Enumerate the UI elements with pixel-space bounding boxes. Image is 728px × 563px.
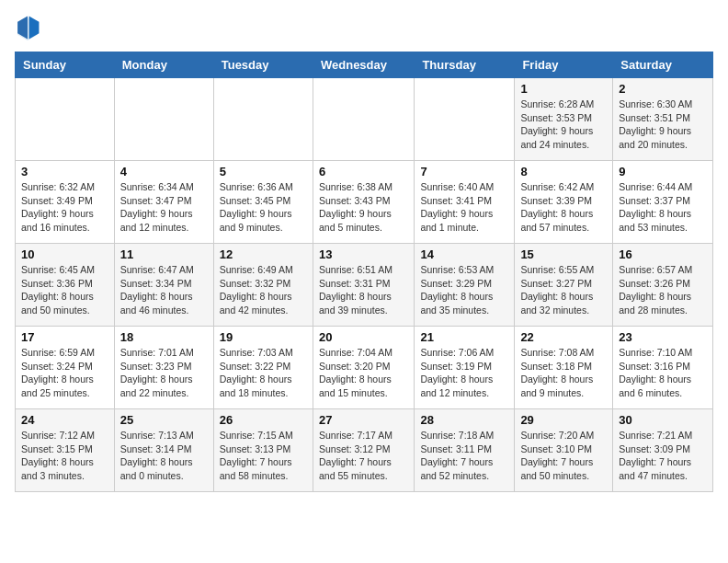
calendar-cell: 28Sunrise: 7:18 AMSunset: 3:11 PMDayligh… xyxy=(415,409,515,492)
day-number: 11 xyxy=(120,247,208,261)
day-info: Sunrise: 7:13 AMSunset: 3:14 PMDaylight:… xyxy=(120,429,208,483)
day-info: Sunrise: 6:47 AMSunset: 3:34 PMDaylight:… xyxy=(120,263,208,317)
calendar-cell: 16Sunrise: 6:57 AMSunset: 3:26 PMDayligh… xyxy=(613,244,713,327)
weekday-header-wednesday: Wednesday xyxy=(313,52,414,78)
day-number: 22 xyxy=(520,330,607,344)
day-info: Sunrise: 6:36 AMSunset: 3:45 PMDaylight:… xyxy=(220,180,307,235)
day-info: Sunrise: 7:06 AMSunset: 3:19 PMDaylight:… xyxy=(420,346,508,400)
day-number: 23 xyxy=(619,330,707,344)
day-info: Sunrise: 6:30 AMSunset: 3:51 PMDaylight:… xyxy=(619,98,707,152)
calendar-header: SundayMondayTuesdayWednesdayThursdayFrid… xyxy=(16,52,713,78)
calendar-cell: 4Sunrise: 6:34 AMSunset: 3:47 PMDaylight… xyxy=(114,161,213,244)
calendar-cell: 13Sunrise: 6:51 AMSunset: 3:31 PMDayligh… xyxy=(313,244,414,327)
calendar-cell: 11Sunrise: 6:47 AMSunset: 3:34 PMDayligh… xyxy=(114,244,213,327)
calendar-cell: 19Sunrise: 7:03 AMSunset: 3:22 PMDayligh… xyxy=(213,327,313,409)
calendar-cell: 6Sunrise: 6:38 AMSunset: 3:43 PMDaylight… xyxy=(313,161,414,244)
calendar-cell: 30Sunrise: 7:21 AMSunset: 3:09 PMDayligh… xyxy=(613,409,713,492)
day-info: Sunrise: 7:12 AMSunset: 3:15 PMDaylight:… xyxy=(21,429,108,483)
day-info: Sunrise: 6:40 AMSunset: 3:41 PMDaylight:… xyxy=(420,180,508,235)
calendar-cell: 10Sunrise: 6:45 AMSunset: 3:36 PMDayligh… xyxy=(16,244,115,327)
calendar-cell: 12Sunrise: 6:49 AMSunset: 3:32 PMDayligh… xyxy=(213,244,313,327)
day-number: 25 xyxy=(120,413,208,427)
logo xyxy=(15,15,44,40)
day-number: 8 xyxy=(520,165,607,178)
day-info: Sunrise: 6:51 AMSunset: 3:31 PMDaylight:… xyxy=(319,263,408,317)
svg-marker-1 xyxy=(29,17,40,40)
day-number: 13 xyxy=(319,247,408,261)
day-number: 1 xyxy=(520,82,607,96)
day-number: 29 xyxy=(520,413,607,427)
calendar-cell: 5Sunrise: 6:36 AMSunset: 3:45 PMDaylight… xyxy=(213,161,313,244)
calendar-cell: 29Sunrise: 7:20 AMSunset: 3:10 PMDayligh… xyxy=(515,409,613,492)
calendar-cell: 9Sunrise: 6:44 AMSunset: 3:37 PMDaylight… xyxy=(613,161,713,244)
calendar-cell xyxy=(213,78,313,161)
calendar-cell: 15Sunrise: 6:55 AMSunset: 3:27 PMDayligh… xyxy=(515,244,613,327)
calendar-cell: 23Sunrise: 7:10 AMSunset: 3:16 PMDayligh… xyxy=(613,327,713,409)
day-number: 24 xyxy=(21,413,108,427)
day-info: Sunrise: 6:42 AMSunset: 3:39 PMDaylight:… xyxy=(520,180,607,235)
calendar-cell xyxy=(415,78,515,161)
day-number: 26 xyxy=(220,413,307,427)
day-info: Sunrise: 6:32 AMSunset: 3:49 PMDaylight:… xyxy=(21,180,108,235)
day-info: Sunrise: 7:03 AMSunset: 3:22 PMDaylight:… xyxy=(220,346,307,400)
day-number: 19 xyxy=(220,330,307,344)
day-number: 16 xyxy=(619,247,707,261)
day-info: Sunrise: 6:57 AMSunset: 3:26 PMDaylight:… xyxy=(619,263,707,317)
day-number: 14 xyxy=(420,247,508,261)
weekday-header-thursday: Thursday xyxy=(415,52,515,78)
day-info: Sunrise: 6:49 AMSunset: 3:32 PMDaylight:… xyxy=(220,263,307,317)
day-number: 3 xyxy=(21,165,108,178)
weekday-header-saturday: Saturday xyxy=(613,52,713,78)
calendar-cell: 21Sunrise: 7:06 AMSunset: 3:19 PMDayligh… xyxy=(415,327,515,409)
calendar-cell: 20Sunrise: 7:04 AMSunset: 3:20 PMDayligh… xyxy=(313,327,414,409)
calendar-cell: 25Sunrise: 7:13 AMSunset: 3:14 PMDayligh… xyxy=(114,409,213,492)
weekday-header-sunday: Sunday xyxy=(16,52,115,78)
calendar-cell xyxy=(16,78,115,161)
day-number: 5 xyxy=(220,165,307,178)
calendar-cell xyxy=(313,78,414,161)
calendar-cell: 2Sunrise: 6:30 AMSunset: 3:51 PMDaylight… xyxy=(613,78,713,161)
calendar-cell: 24Sunrise: 7:12 AMSunset: 3:15 PMDayligh… xyxy=(16,409,115,492)
day-info: Sunrise: 7:17 AMSunset: 3:12 PMDaylight:… xyxy=(319,429,408,483)
day-number: 7 xyxy=(420,165,508,178)
calendar-cell: 22Sunrise: 7:08 AMSunset: 3:18 PMDayligh… xyxy=(515,327,613,409)
calendar-cell: 26Sunrise: 7:15 AMSunset: 3:13 PMDayligh… xyxy=(213,409,313,492)
logo-icon xyxy=(15,15,40,40)
page-header xyxy=(15,15,713,40)
day-info: Sunrise: 6:59 AMSunset: 3:24 PMDaylight:… xyxy=(21,346,108,400)
day-info: Sunrise: 6:38 AMSunset: 3:43 PMDaylight:… xyxy=(319,180,408,235)
calendar-cell: 27Sunrise: 7:17 AMSunset: 3:12 PMDayligh… xyxy=(313,409,414,492)
day-number: 17 xyxy=(21,330,108,344)
calendar-cell: 14Sunrise: 6:53 AMSunset: 3:29 PMDayligh… xyxy=(415,244,515,327)
day-number: 12 xyxy=(220,247,307,261)
day-info: Sunrise: 7:01 AMSunset: 3:23 PMDaylight:… xyxy=(120,346,208,400)
day-number: 9 xyxy=(619,165,707,178)
calendar-cell: 3Sunrise: 6:32 AMSunset: 3:49 PMDaylight… xyxy=(16,161,115,244)
calendar-cell: 17Sunrise: 6:59 AMSunset: 3:24 PMDayligh… xyxy=(16,327,115,409)
day-number: 4 xyxy=(120,165,208,178)
day-info: Sunrise: 6:34 AMSunset: 3:47 PMDaylight:… xyxy=(120,180,208,235)
day-info: Sunrise: 6:28 AMSunset: 3:53 PMDaylight:… xyxy=(520,98,607,152)
day-number: 20 xyxy=(319,330,408,344)
calendar-table: SundayMondayTuesdayWednesdayThursdayFrid… xyxy=(15,52,713,492)
day-number: 21 xyxy=(420,330,508,344)
day-info: Sunrise: 7:15 AMSunset: 3:13 PMDaylight:… xyxy=(220,429,307,483)
day-info: Sunrise: 7:10 AMSunset: 3:16 PMDaylight:… xyxy=(619,346,707,400)
day-info: Sunrise: 6:53 AMSunset: 3:29 PMDaylight:… xyxy=(420,263,508,317)
day-number: 18 xyxy=(120,330,208,344)
day-info: Sunrise: 7:20 AMSunset: 3:10 PMDaylight:… xyxy=(520,429,607,483)
day-info: Sunrise: 7:04 AMSunset: 3:20 PMDaylight:… xyxy=(319,346,408,400)
day-info: Sunrise: 6:55 AMSunset: 3:27 PMDaylight:… xyxy=(520,263,607,317)
day-info: Sunrise: 6:44 AMSunset: 3:37 PMDaylight:… xyxy=(619,180,707,235)
day-number: 27 xyxy=(319,413,408,427)
calendar-cell: 1Sunrise: 6:28 AMSunset: 3:53 PMDaylight… xyxy=(515,78,613,161)
weekday-header-tuesday: Tuesday xyxy=(213,52,313,78)
day-number: 30 xyxy=(619,413,707,427)
day-number: 6 xyxy=(319,165,408,178)
day-number: 10 xyxy=(21,247,108,261)
day-number: 28 xyxy=(420,413,508,427)
day-number: 2 xyxy=(619,82,707,96)
calendar-cell xyxy=(114,78,213,161)
day-info: Sunrise: 7:21 AMSunset: 3:09 PMDaylight:… xyxy=(619,429,707,483)
day-info: Sunrise: 6:45 AMSunset: 3:36 PMDaylight:… xyxy=(21,263,108,317)
